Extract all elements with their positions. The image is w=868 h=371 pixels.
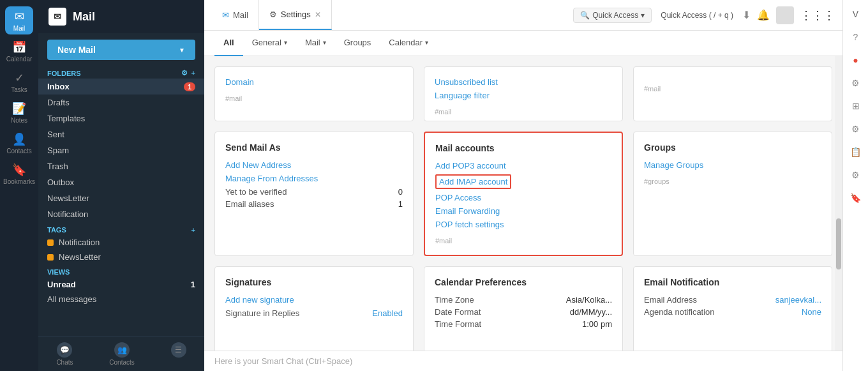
main-content: ✉ Mail ⚙ Settings ✕ 🔍 Quick Access ▾ Qui… — [204, 0, 842, 371]
pop-fetch-settings-link[interactable]: POP fetch settings — [435, 220, 611, 229]
manage-from-addresses-link[interactable]: Manage From Addresses — [225, 174, 403, 183]
language-filter-link[interactable]: Language filter — [435, 91, 612, 100]
manage-groups-link[interactable]: Manage Groups — [644, 160, 821, 170]
tag-color-dot — [47, 254, 54, 261]
app-header: ✉ Mail — [38, 0, 204, 33]
right-panel-icon-dot[interactable]: ● — [847, 51, 865, 69]
row-label: Email aliases — [225, 199, 274, 209]
folder-drafts[interactable]: Drafts — [38, 95, 204, 110]
right-panel-icon-grid[interactable]: ⊞ — [847, 97, 865, 115]
nav-groups[interactable]: Groups — [335, 31, 380, 56]
nav-all[interactable]: All — [214, 31, 243, 56]
icon-bar-label: Bookmarks — [3, 178, 35, 185]
folder-templates[interactable]: Templates — [38, 110, 204, 126]
folders-actions[interactable]: ⚙ + — [181, 69, 195, 77]
add-tag-icon[interactable]: + — [191, 226, 195, 234]
folder-notification[interactable]: Notification — [38, 206, 204, 222]
notes-icon: 📝 — [12, 102, 26, 116]
smart-chat-placeholder: Here is your Smart Chat (Ctrl+Space) — [214, 356, 352, 366]
right-panel-icon-settings3[interactable]: ⚙ — [847, 166, 865, 184]
sidebar-chat-button[interactable]: 💬 Chats — [56, 342, 73, 366]
chat-icon: 💬 — [57, 342, 72, 358]
nav-calendar[interactable]: Calendar ▾ — [380, 31, 437, 56]
new-mail-button[interactable]: New Mail ▼ — [47, 40, 195, 60]
nav-mail[interactable]: Mail ▾ — [296, 31, 335, 56]
view-all-messages[interactable]: All messages — [38, 292, 204, 307]
bell-icon[interactable]: 🔔 — [757, 9, 770, 21]
folder-label: NewsLetter — [47, 193, 89, 203]
row-value: sanjeevkal... — [775, 295, 821, 305]
folder-inbox[interactable]: Inbox 1 — [38, 79, 204, 95]
nav-label: All — [223, 38, 234, 47]
tag-label: Notification — [59, 238, 100, 247]
partial-card-3: #mail — [633, 66, 832, 121]
new-mail-label: New Mail — [57, 45, 96, 55]
sidebar: ✉ Mail New Mail ▼ FOLDERS ⚙ + Inbox 1 Dr… — [38, 0, 204, 371]
sidebar-item-notes[interactable]: 📝 Notes — [5, 98, 33, 126]
folder-label: Notification — [47, 209, 88, 219]
download-icon[interactable]: ⬇ — [742, 9, 751, 21]
scrollbar-thumb[interactable] — [836, 218, 841, 269]
domain-link[interactable]: Domain — [225, 77, 403, 87]
sidebar-item-bookmarks[interactable]: 🔖 Bookmarks — [5, 160, 33, 188]
scrollbar-track[interactable] — [835, 56, 842, 351]
right-panel-icon-gear[interactable]: ⚙ — [847, 74, 865, 92]
chat-label: Chats — [56, 359, 73, 366]
add-new-signature-link[interactable]: Add new signature — [225, 295, 403, 305]
right-panel-icon-settings2[interactable]: ⚙ — [847, 120, 865, 138]
email-forwarding-link[interactable]: Email Forwarding — [435, 206, 611, 216]
card-title: Send Mail As — [225, 142, 403, 153]
right-panel-icon-bookmark[interactable]: 🔖 — [847, 189, 865, 207]
sidebar-item-calendar[interactable]: 📅 Calendar — [5, 37, 33, 65]
folder-outbox[interactable]: Outbox — [38, 174, 204, 190]
nav-general[interactable]: General ▾ — [243, 31, 296, 56]
right-panel-icon-help[interactable]: ? — [847, 28, 865, 46]
folder-spam[interactable]: Spam — [38, 142, 204, 158]
view-unread[interactable]: Unread 1 — [38, 277, 204, 292]
sidebar-item-mail[interactable]: ✉ Mail — [5, 6, 33, 34]
add-new-address-link[interactable]: Add New Address — [225, 160, 403, 170]
add-imap-account-link[interactable]: Add IMAP account — [435, 174, 511, 189]
sidebar-bottom-bar: 💬 Chats 👥 Contacts ☰ — [38, 337, 204, 371]
nav-label: General — [252, 38, 281, 47]
card-footer: #mail — [435, 237, 611, 245]
grid-icon[interactable]: ⋮⋮⋮ — [800, 8, 835, 22]
mail-tab-icon: ✉ — [222, 10, 229, 20]
sidebar-contacts-button[interactable]: 👥 Contacts — [109, 342, 134, 366]
folder-newsletter[interactable]: NewsLetter — [38, 190, 204, 206]
user-avatar[interactable] — [776, 6, 794, 24]
folder-label: Templates — [47, 114, 85, 123]
partial-card-1: Domain #mail — [214, 66, 414, 121]
add-folder-icon[interactable]: + — [191, 69, 195, 77]
icon-bar-label: Notes — [11, 117, 27, 124]
folder-sent[interactable]: Sent — [38, 126, 204, 142]
right-panel-icon-v[interactable]: V — [847, 5, 865, 23]
smart-chat-bar[interactable]: Here is your Smart Chat (Ctrl+Space) — [204, 351, 842, 371]
date-format-row: Date Format dd/MM/yy... — [435, 307, 612, 317]
right-panel-icon-clipboard[interactable]: 📋 — [847, 143, 865, 161]
unread-badge: 1 — [191, 280, 195, 289]
gear-icon[interactable]: ⚙ — [181, 69, 188, 77]
sidebar-item-tasks[interactable]: ✓ Tasks — [5, 68, 33, 96]
folder-trash[interactable]: Trash — [38, 158, 204, 174]
cards-grid: Domain #mail Unsubscribed list Language … — [214, 66, 832, 351]
close-tab-icon[interactable]: ✕ — [315, 10, 321, 19]
folders-label: FOLDERS — [47, 70, 81, 77]
row-label: Signature in Replies — [225, 308, 299, 318]
tag-newsletter[interactable]: NewsLetter — [38, 250, 204, 264]
row-label: Agenda notification — [644, 307, 715, 317]
quick-access-button[interactable]: 🔍 Quick Access ▾ — [573, 8, 652, 23]
tab-mail[interactable]: ✉ Mail — [212, 0, 259, 30]
pop-access-link[interactable]: POP Access — [435, 193, 611, 202]
collapse-icon: ☰ — [171, 342, 186, 358]
chevron-down-icon: ▾ — [284, 39, 287, 46]
nav-label: Mail — [305, 38, 320, 47]
tag-notification[interactable]: Notification — [38, 235, 204, 250]
sidebar-collapse-button[interactable]: ☰ — [171, 342, 186, 366]
icon-bar-label: Tasks — [11, 86, 27, 93]
tab-settings[interactable]: ⚙ Settings ✕ — [259, 0, 332, 30]
tab-bar: ✉ Mail ⚙ Settings ✕ — [212, 0, 332, 30]
sidebar-item-contacts[interactable]: 👤 Contacts — [5, 129, 33, 157]
unsubscribed-list-link[interactable]: Unsubscribed list — [435, 77, 612, 87]
add-pop3-account-link[interactable]: Add POP3 account — [435, 161, 611, 170]
